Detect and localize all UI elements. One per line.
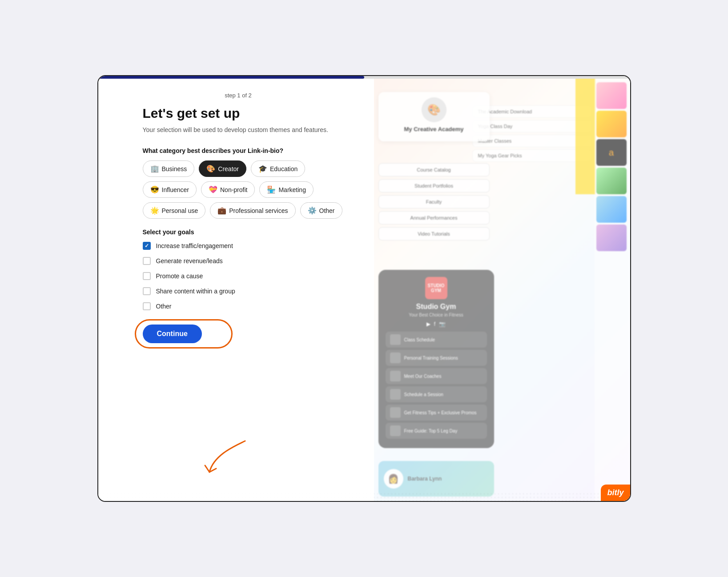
continue-button[interactable]: Continue	[143, 325, 202, 343]
nonprofit-label: Non-profit	[220, 186, 247, 193]
influencer-emoji: 😎	[150, 185, 159, 194]
other-category-emoji: ⚙️	[308, 206, 317, 215]
goal-item-share[interactable]: Share content within a group	[143, 287, 352, 295]
form-subtitle: Your selection will be used to develop c…	[143, 125, 352, 135]
checkbox-share[interactable]	[143, 287, 151, 295]
checkbox-cause[interactable]	[143, 272, 151, 280]
left-panel: step 1 of 2 Let's get set up Your select…	[98, 79, 374, 501]
checkbox-other-goal[interactable]	[143, 302, 151, 310]
other-category-label: Other	[319, 207, 335, 214]
marketing-emoji: 🏪	[267, 185, 276, 194]
main-content-area: step 1 of 2 Let's get set up Your select…	[98, 79, 630, 501]
bitly-logo: bitly	[601, 485, 630, 501]
arrow-annotation	[201, 437, 258, 477]
goals-section-label: Select your goals	[143, 228, 352, 236]
business-label: Business	[162, 165, 187, 172]
influencer-label: Influencer	[162, 186, 189, 193]
goal-traffic-label: Increase traffic/engagement	[156, 242, 233, 249]
personal-emoji: 🌟	[150, 206, 159, 215]
category-btn-influencer[interactable]: 😎 Influencer	[143, 181, 197, 198]
professional-label: Professional services	[229, 207, 288, 214]
goal-item-cause[interactable]: Promote a cause	[143, 272, 352, 280]
blur-overlay	[374, 79, 630, 501]
right-panel: The Academic Download Yoga Class Day Mas…	[374, 79, 630, 501]
creator-emoji: 🎨	[206, 164, 215, 173]
category-section-label: What category best describes your Link-i…	[143, 147, 352, 154]
checkbox-traffic[interactable]	[143, 242, 151, 250]
goal-item-revenue[interactable]: Generate revenue/leads	[143, 257, 352, 265]
form-title: Let's get set up	[143, 106, 352, 121]
app-frame: step 1 of 2 Let's get set up Your select…	[97, 75, 631, 502]
goal-item-other-goal[interactable]: Other	[143, 302, 352, 310]
goal-item-traffic[interactable]: Increase traffic/engagement	[143, 242, 352, 250]
category-btn-nonprofit[interactable]: 💝 Non-profit	[201, 181, 255, 198]
goal-cause-label: Promote a cause	[156, 272, 203, 280]
personal-label: Personal use	[162, 207, 198, 214]
checkbox-revenue[interactable]	[143, 257, 151, 265]
education-label: Education	[270, 165, 298, 172]
marketing-label: Marketing	[278, 186, 306, 193]
category-btn-marketing[interactable]: 🏪 Marketing	[259, 181, 313, 198]
nonprofit-emoji: 💝	[209, 185, 217, 194]
professional-emoji: 💼	[217, 206, 226, 215]
creator-label: Creator	[218, 165, 239, 172]
category-btn-education[interactable]: 🎓 Education	[251, 160, 305, 177]
category-btn-professional[interactable]: 💼 Professional services	[210, 202, 295, 219]
category-btn-business[interactable]: 🏢 Business	[143, 160, 195, 177]
goal-other-label: Other	[156, 303, 172, 310]
category-btn-other[interactable]: ⚙️ Other	[300, 202, 342, 219]
goal-share-label: Share content within a group	[156, 288, 235, 295]
category-btn-personal[interactable]: 🌟 Personal use	[143, 202, 206, 219]
education-emoji: 🎓	[258, 164, 267, 173]
step-label: step 1 of 2	[125, 92, 352, 99]
category-grid: 🏢 Business 🎨 Creator 🎓 Education 😎 Influ…	[143, 160, 352, 219]
category-btn-creator[interactable]: 🎨 Creator	[199, 160, 246, 177]
goals-section: Select your goals Increase traffic/engag…	[143, 228, 352, 310]
goal-revenue-label: Generate revenue/leads	[156, 257, 223, 264]
business-emoji: 🏢	[150, 164, 159, 173]
